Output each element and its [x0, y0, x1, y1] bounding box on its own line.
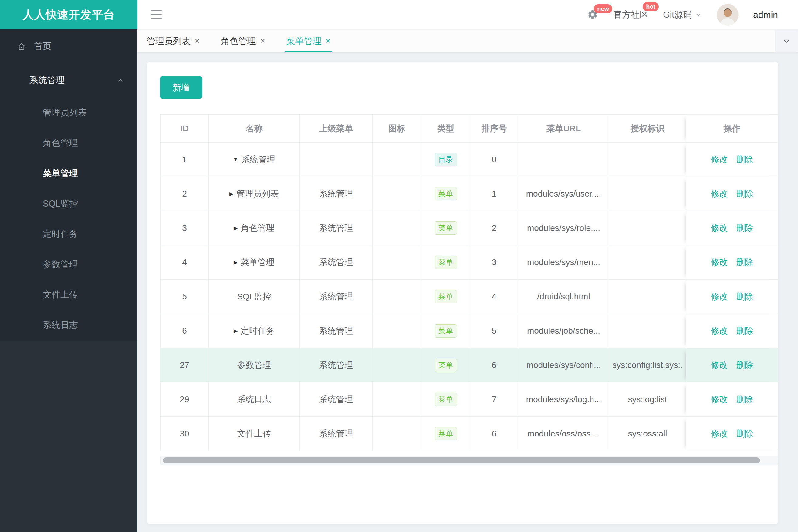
cell-url	[518, 142, 609, 177]
sidebar-item[interactable]: 菜单管理	[0, 158, 137, 188]
cell-icon	[373, 382, 422, 417]
column-header: 上级菜单	[300, 115, 373, 142]
cell-perms	[609, 211, 686, 245]
edit-link[interactable]: 修改	[711, 359, 728, 371]
add-button[interactable]: 新增	[160, 76, 202, 99]
cell-url: modules/oss/oss....	[518, 417, 609, 451]
sidebar-item[interactable]: SQL监控	[0, 188, 137, 219]
sidebar-item[interactable]: 定时任务	[0, 219, 137, 249]
cell-id: 6	[161, 314, 209, 348]
cell-icon	[373, 142, 422, 177]
delete-link[interactable]: 删除	[737, 222, 754, 234]
close-icon[interactable]: ×	[260, 37, 265, 45]
cell-url: modules/sys/role....	[518, 211, 609, 245]
hot-badge: hot	[643, 2, 659, 11]
expand-arrow-icon[interactable]: ▶	[234, 259, 238, 266]
settings-gear-icon[interactable]: new	[587, 9, 599, 21]
cell-order: 6	[470, 417, 518, 451]
cell-icon	[373, 280, 422, 314]
sidebar-item[interactable]: 参数管理	[0, 249, 137, 279]
cell-type: 菜单	[422, 245, 470, 280]
sidebar-home-label: 首页	[34, 40, 52, 53]
git-source-dropdown[interactable]: Git源码	[663, 9, 702, 21]
sidebar-submenu: 管理员列表 角色管理 菜单管理 SQL监控 定时任务 参数管理 文件上传 系统日…	[0, 97, 137, 340]
cell-url: modules/sys/men...	[518, 245, 609, 280]
edit-link[interactable]: 修改	[711, 428, 728, 439]
delete-link[interactable]: 删除	[737, 428, 754, 439]
sidebar-item[interactable]: 文件上传	[0, 279, 137, 310]
edit-link[interactable]: 修改	[711, 222, 728, 234]
delete-link[interactable]: 删除	[737, 325, 754, 337]
delete-link[interactable]: 删除	[737, 394, 754, 405]
cell-type: 菜单	[422, 211, 470, 245]
column-header: ID	[161, 115, 209, 142]
tabs-container: 管理员列表 × 角色管理 × 菜单管理 ×	[147, 30, 352, 53]
edit-link[interactable]: 修改	[711, 325, 728, 337]
cell-name: 系统日志	[209, 382, 300, 417]
horizontal-scrollbar-thumb[interactable]	[163, 457, 760, 463]
expand-arrow-icon[interactable]: ▼	[233, 156, 238, 163]
sidebar-item[interactable]: 管理员列表	[0, 97, 137, 128]
cell-perms	[609, 177, 686, 211]
avatar[interactable]	[717, 4, 739, 26]
edit-link[interactable]: 修改	[711, 256, 728, 268]
table-body: 1 ▼ 系统管理 目录 0 修改 删除 2 ▶ 管理员列表	[161, 142, 778, 451]
delete-link[interactable]: 删除	[737, 188, 754, 200]
type-badge: 菜单	[434, 256, 457, 269]
cell-icon	[373, 177, 422, 211]
sidebar-item[interactable]: 系统日志	[0, 310, 137, 340]
cell-order: 1	[470, 177, 518, 211]
app-logo: 人人快速开发平台	[0, 0, 137, 30]
type-badge: 菜单	[434, 290, 457, 303]
cell-actions: 修改 删除	[686, 280, 778, 314]
tab[interactable]: 角色管理 ×	[221, 30, 265, 53]
cell-icon	[373, 348, 422, 382]
cell-icon	[373, 211, 422, 245]
cell-name: 文件上传	[209, 417, 300, 451]
cell-id: 5	[161, 280, 209, 314]
delete-link[interactable]: 删除	[737, 256, 754, 268]
cell-parent: 系统管理	[300, 382, 373, 417]
edit-link[interactable]: 修改	[711, 188, 728, 200]
edit-link[interactable]: 修改	[711, 394, 728, 405]
sidebar-group-label: 系统管理	[30, 74, 64, 87]
sidebar-group-system[interactable]: 系统管理	[0, 63, 137, 97]
edit-link[interactable]: 修改	[711, 291, 728, 302]
cell-id: 2	[161, 177, 209, 211]
sidebar-item[interactable]: 角色管理	[0, 128, 137, 158]
cell-actions: 修改 删除	[686, 348, 778, 382]
cell-perms	[609, 245, 686, 280]
cell-url: modules/sys/log.h...	[518, 382, 609, 417]
tab[interactable]: 菜单管理 ×	[286, 30, 331, 53]
tab[interactable]: 管理员列表 ×	[147, 30, 200, 53]
expand-arrow-icon[interactable]: ▶	[234, 225, 238, 231]
cell-order: 4	[470, 280, 518, 314]
edit-link[interactable]: 修改	[711, 154, 728, 165]
close-icon[interactable]: ×	[326, 37, 331, 45]
tabs-dropdown-button[interactable]	[775, 30, 798, 53]
username-dropdown[interactable]: admin	[753, 10, 778, 20]
expand-arrow-icon[interactable]: ▶	[229, 191, 233, 197]
type-badge: 菜单	[434, 427, 457, 440]
close-icon[interactable]: ×	[195, 37, 200, 45]
community-link[interactable]: 官方社区 hot	[613, 9, 648, 21]
cell-name: ▶ 管理员列表	[209, 177, 300, 211]
expand-arrow-icon[interactable]: ▶	[234, 328, 238, 334]
cell-id: 4	[161, 245, 209, 280]
delete-link[interactable]: 删除	[737, 154, 754, 165]
topbar-right: new 官方社区 hot Git源码 admin	[587, 0, 778, 30]
cell-actions: 修改 删除	[686, 417, 778, 451]
delete-link[interactable]: 删除	[737, 359, 754, 371]
cell-parent: 系统管理	[300, 245, 373, 280]
cell-url: /druid/sql.html	[518, 280, 609, 314]
cell-name: ▼ 系统管理	[209, 142, 300, 177]
sidebar-menu: 首页 系统管理 管理员列表 角色管理 菜单管理 SQL监控 定时任务 参数管理 …	[0, 30, 137, 341]
delete-link[interactable]: 删除	[737, 291, 754, 302]
sidebar-item-home[interactable]: 首页	[0, 30, 137, 63]
cell-type: 菜单	[422, 382, 470, 417]
type-badge: 菜单	[434, 359, 457, 372]
hamburger-menu-icon[interactable]	[151, 10, 162, 19]
table-row: 5 SQL监控 系统管理 菜单 4 /druid/sql.html 修改 删除	[161, 280, 778, 314]
new-badge: new	[594, 4, 612, 13]
cell-order: 6	[470, 348, 518, 382]
